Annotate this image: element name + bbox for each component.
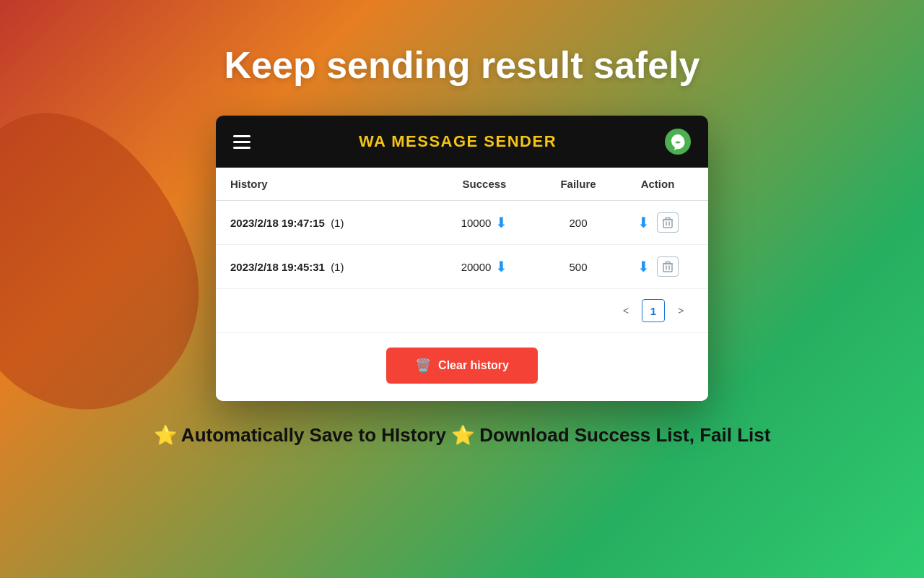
feature-text-1: Automatically Save to HIstory [177, 424, 451, 446]
prev-page-button[interactable]: < [616, 301, 636, 321]
table-row: 2023/2/18 19:47:15 (1) 10000 ⬇ 200 ⬇ [216, 201, 708, 245]
page-title: Keep sending result safely [225, 43, 700, 87]
clear-history-icon: 🗑️ [415, 358, 431, 374]
download-failure-button[interactable]: ⬇ [637, 214, 650, 231]
bottom-feature-text: ⭐ Automatically Save to HIstory ⭐ Downlo… [154, 424, 771, 447]
table-header-row: History Success Failure Action [216, 168, 708, 201]
button-area: 🗑️ Clear history [216, 332, 708, 401]
download-failure-button[interactable]: ⬇ [637, 258, 650, 275]
row-actions: ⬇ [622, 256, 694, 277]
row-actions: ⬇ [622, 212, 694, 233]
clear-history-button[interactable]: 🗑️ Clear history [386, 348, 538, 384]
svg-rect-1 [663, 220, 672, 228]
pagination: < 1 > [216, 289, 708, 332]
svg-rect-2 [663, 264, 672, 272]
row-date: 2023/2/18 19:47:15 (1) [230, 217, 434, 229]
download-success-icon[interactable]: ⬇ [495, 258, 507, 275]
row-date: 2023/2/18 19:45:31 (1) [230, 261, 434, 273]
col-action: Action [622, 178, 694, 190]
hamburger-menu-button[interactable] [233, 135, 250, 149]
app-title: WA MESSAGE SENDER [359, 132, 557, 151]
current-page: 1 [642, 299, 665, 322]
app-header: WA MESSAGE SENDER [216, 116, 708, 168]
next-page-button[interactable]: > [671, 301, 691, 321]
app-window: WA MESSAGE SENDER History Success Failur… [216, 116, 708, 401]
star-2: ⭐ [451, 424, 474, 446]
col-history: History [230, 178, 434, 190]
clear-history-label: Clear history [438, 359, 509, 372]
feature-text-2: Download Success List, Fail List [474, 424, 770, 446]
row-success-count: 10000 ⬇ [434, 214, 535, 231]
delete-row-button[interactable] [657, 212, 679, 233]
row-success-count: 20000 ⬇ [434, 258, 535, 275]
history-table: History Success Failure Action 2023/2/18… [216, 168, 708, 332]
page-content: Keep sending result safely WA MESSAGE SE… [0, 0, 924, 447]
col-success: Success [434, 178, 535, 190]
app-logo-icon [665, 129, 691, 155]
table-row: 2023/2/18 19:45:31 (1) 20000 ⬇ 500 ⬇ [216, 245, 708, 289]
row-failure-count: 200 [535, 217, 622, 229]
star-1: ⭐ [154, 424, 177, 446]
col-failure: Failure [535, 178, 622, 190]
row-failure-count: 500 [535, 261, 622, 273]
download-success-icon[interactable]: ⬇ [495, 214, 507, 231]
delete-row-button[interactable] [657, 256, 679, 277]
